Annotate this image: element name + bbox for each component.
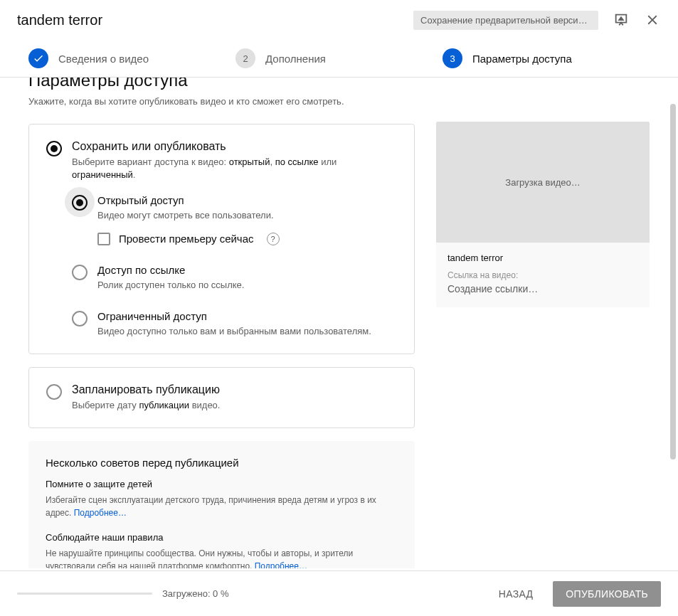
step-details[interactable]: Сведения о видео: [28, 48, 235, 68]
tip-heading: Соблюдайте наши правила: [46, 532, 398, 543]
tip-text: Не нарушайте принципы сообщества. Они ну…: [46, 547, 398, 568]
video-preview: Загрузка видео…: [436, 122, 650, 243]
upload-progress-bar: [17, 593, 152, 595]
section-subtitle: Укажите, когда вы хотите опубликовать ви…: [28, 96, 415, 107]
radio-unlisted[interactable]: [72, 265, 88, 280]
option-title: Ограниченный доступ: [97, 310, 371, 322]
tip-link[interactable]: Подробнее…: [74, 508, 127, 518]
upload-progress-text: Загружено: 0 %: [162, 588, 229, 599]
option-title: Доступ по ссылке: [97, 264, 244, 276]
radio-title: Запланировать публикацию: [72, 383, 220, 396]
step-label: Параметры доступа: [472, 53, 572, 65]
tip-text: Избегайте сцен эксплуатации детского тру…: [46, 494, 398, 519]
radio-save-publish[interactable]: [46, 141, 62, 156]
premiere-label: Провести премьеру сейчас: [119, 233, 254, 245]
preview-link-value: Создание ссылки…: [447, 283, 638, 294]
tip-heading: Помните о защите детей: [46, 479, 398, 489]
tips-title: Несколько советов перед публикацией: [46, 457, 398, 469]
tips-card: Несколько советов перед публикацией Помн…: [28, 441, 415, 568]
radio-schedule[interactable]: [46, 384, 62, 400]
tip-link[interactable]: Подробнее…: [255, 561, 307, 568]
save-publish-card: Сохранить или опубликовать Выберите вари…: [28, 124, 415, 354]
step-label: Дополнения: [265, 53, 326, 65]
radio-desc: Выберите дату публикации видео.: [72, 399, 220, 412]
check-icon: [28, 48, 48, 68]
option-desc: Ролик доступен только по ссылке.: [97, 279, 244, 292]
option-title: Открытый доступ: [97, 194, 274, 206]
feedback-icon[interactable]: [613, 11, 630, 28]
schedule-card: Запланировать публикацию Выберите дату п…: [28, 367, 415, 428]
draft-status-badge: Сохранение предварительной версии…: [413, 11, 598, 30]
scrollbar-thumb[interactable]: [670, 104, 676, 460]
option-desc: Видео могут смотреть все пользователи.: [97, 209, 274, 222]
loading-text: Загрузка видео…: [505, 177, 580, 188]
back-button[interactable]: НАЗАД: [486, 581, 546, 607]
radio-public[interactable]: [72, 195, 88, 211]
step-elements[interactable]: 2 Дополнения: [235, 48, 443, 68]
step-label: Сведения о видео: [58, 53, 149, 65]
close-icon[interactable]: [644, 11, 661, 28]
premiere-checkbox[interactable]: [97, 233, 110, 245]
publish-button[interactable]: ОПУБЛИКОВАТЬ: [553, 581, 661, 607]
preview-video-title: tandem terror: [447, 253, 638, 263]
help-icon[interactable]: ?: [267, 233, 280, 245]
stepper: Сведения о видео 2 Дополнения 3 Параметр…: [0, 40, 678, 78]
preview-link-label: Ссылка на видео:: [447, 270, 638, 280]
section-title: Параметры доступа: [28, 78, 415, 90]
step-number: 3: [443, 48, 462, 68]
radio-desc: Выберите вариант доступа к видео: открыт…: [72, 156, 397, 181]
option-desc: Видео доступно только вам и выбранным ва…: [97, 325, 371, 338]
page-title: tandem terror: [17, 12, 102, 28]
step-visibility[interactable]: 3 Параметры доступа: [443, 48, 650, 68]
radio-private[interactable]: [72, 311, 88, 326]
step-number: 2: [235, 48, 255, 68]
radio-title: Сохранить или опубликовать: [72, 140, 397, 153]
